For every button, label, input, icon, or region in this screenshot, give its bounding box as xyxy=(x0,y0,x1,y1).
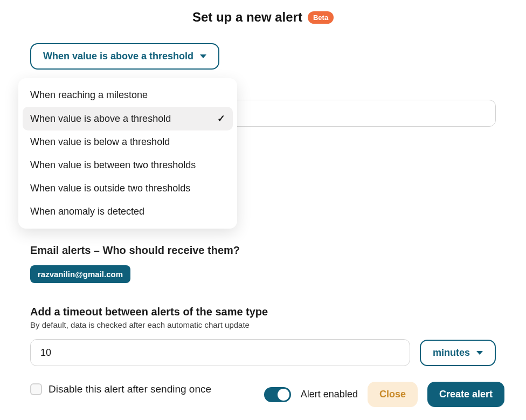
chevron-down-icon xyxy=(200,54,206,58)
alert-enabled-label: Alert enabled xyxy=(301,389,358,400)
trigger-option-anomaly[interactable]: When anomaly is detected xyxy=(23,200,233,223)
email-section-header: Email alerts – Who should receive them? xyxy=(30,244,496,257)
trigger-option-below[interactable]: When value is below a threshold xyxy=(23,130,233,154)
trigger-dropdown-panel: When reaching a milestone When value is … xyxy=(18,78,237,229)
trigger-option-above[interactable]: When value is above a threshold ✓ xyxy=(23,107,233,130)
trigger-type-label: When value is above a threshold xyxy=(43,51,193,62)
option-label: When value is outside two thresholds xyxy=(30,183,190,194)
page-title: Set up a new alert xyxy=(192,10,302,25)
alert-enabled-toggle[interactable] xyxy=(264,387,291,402)
beta-badge: Beta xyxy=(308,11,334,24)
timeout-title: Add a timeout between alerts of the same… xyxy=(30,306,496,318)
create-alert-button[interactable]: Create alert xyxy=(427,382,504,407)
chevron-down-icon xyxy=(476,351,483,355)
trigger-option-between[interactable]: When value is between two thresholds xyxy=(23,154,233,177)
timeout-value-input[interactable] xyxy=(30,339,410,366)
option-label: When value is below a threshold xyxy=(30,136,170,148)
modal-footer: Alert enabled Close Create alert xyxy=(264,382,504,407)
option-label: When anomaly is detected xyxy=(30,206,144,217)
check-icon: ✓ xyxy=(217,113,225,125)
option-label: When value is above a threshold xyxy=(30,113,171,125)
modal-header: Set up a new alert Beta xyxy=(30,10,496,25)
option-label: When value is between two thresholds xyxy=(30,160,196,171)
close-button[interactable]: Close xyxy=(368,382,418,407)
email-section: Email alerts – Who should receive them? … xyxy=(30,244,496,283)
trigger-option-outside[interactable]: When value is outside two thresholds xyxy=(23,177,233,200)
disable-once-label: Disable this alert after sending once xyxy=(49,383,211,395)
timeout-unit-dropdown[interactable]: minutes xyxy=(420,340,496,366)
email-recipient-chip[interactable]: razvanilin@gmail.com xyxy=(30,265,130,283)
trigger-type-dropdown[interactable]: When value is above a threshold xyxy=(30,43,219,70)
option-label: When reaching a milestone xyxy=(30,89,148,101)
timeout-unit-label: minutes xyxy=(433,347,470,359)
trigger-option-milestone[interactable]: When reaching a milestone xyxy=(23,84,233,107)
disable-once-checkbox[interactable] xyxy=(30,383,42,395)
timeout-subtitle: By default, data is checked after each a… xyxy=(30,320,496,329)
timeout-section: Add a timeout between alerts of the same… xyxy=(30,306,496,366)
